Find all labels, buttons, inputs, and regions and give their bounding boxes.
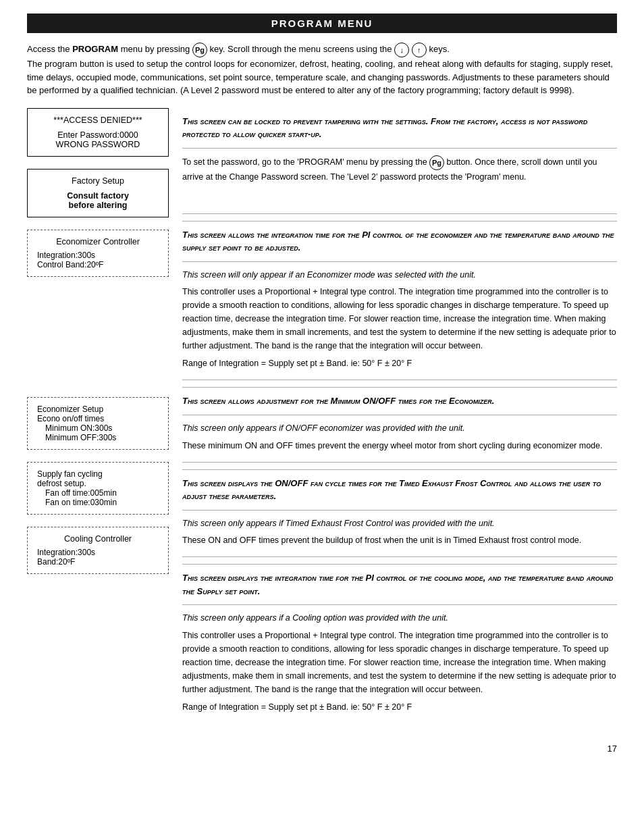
economizer-setup-line3: Minimum OFF:300s	[37, 433, 159, 442]
intro-pre: Access the	[27, 44, 72, 54]
access-denied-line3: WRONG PASSWORD	[37, 140, 159, 149]
economizer-controller-line2: Control Band:20ºF	[37, 260, 159, 269]
section2-italic-title: This screen allows the integration time …	[182, 228, 617, 255]
supply-fan-line1: defrost setup.	[37, 479, 159, 488]
supply-fan-line2: Fan off time:005min	[37, 488, 159, 498]
main-layout: ***ACCESS DENIED*** Enter Password:0000 …	[27, 108, 617, 724]
right-section-5: This screen displays the integration tim…	[182, 564, 617, 714]
economizer-controller-box: Economizer Controller Integration:300s C…	[27, 230, 169, 277]
economizer-setup-line2: Minimum ON:300s	[37, 423, 159, 433]
section3-italic-title: This screen allows adjustment for the Mi…	[182, 394, 617, 408]
cooling-controller-line2: Band:20ºF	[37, 557, 159, 567]
section5-italic-body: This screen only appears if a Cooling op…	[182, 612, 617, 625]
right-section-2: This screen allows the integration time …	[182, 221, 617, 371]
factory-setup-box: Factory Setup Consult factory before alt…	[27, 169, 169, 217]
cooling-controller-title: Cooling Controller	[37, 534, 159, 544]
right-section-4: This screen displays the ON/OFF fan cycl…	[182, 469, 617, 548]
intro-mid: menu by pressing	[118, 44, 192, 54]
right-section-3: This screen allows adjustment for the Mi…	[182, 387, 617, 452]
access-denied-line2: Enter Password:0000	[37, 130, 159, 140]
section5-italic-title: This screen displays the integration tim…	[182, 571, 617, 598]
economizer-setup-title: Economizer Setup	[37, 405, 159, 414]
factory-subtitle: Consult factory	[67, 191, 129, 201]
section1-body: To set the password, go to the 'PROGRAM'…	[182, 155, 617, 184]
section5-body: This controller uses a Proportional + In…	[182, 629, 617, 696]
section3-body: These minimum ON and OFF times prevent t…	[182, 439, 617, 452]
cooling-controller-box: Cooling Controller Integration:300s Band…	[27, 527, 169, 574]
right-column: This screen can be locked to prevent tam…	[182, 108, 617, 724]
section2-body: This controller uses a Proportional + In…	[182, 285, 617, 353]
economizer-setup-line1: Econo on/off times	[37, 414, 159, 423]
economizer-controller-line1: Integration:300s	[37, 251, 159, 260]
intro-end: keys.	[427, 44, 450, 54]
section3-italic-body: This screen only appears if ON/OFF econo…	[182, 422, 617, 435]
intro-line2: The program button is used to setup the …	[27, 59, 613, 95]
section1-body-pre: To set the password, go to the 'PROGRAM'…	[182, 157, 429, 167]
section2-italic-body: This screen will only appear if an Econo…	[182, 269, 617, 282]
down-key: ↓	[394, 43, 409, 57]
factory-subtitle2: before altering	[69, 201, 128, 210]
factory-title: Factory Setup	[37, 176, 159, 186]
supply-fan-title: Supply fan cycling	[37, 469, 159, 479]
economizer-setup-box: Economizer Setup Econo on/off times Mini…	[27, 397, 169, 450]
access-denied-box: ***ACCESS DENIED*** Enter Password:0000 …	[27, 108, 169, 157]
economizer-controller-title: Economizer Controller	[37, 237, 159, 246]
access-denied-line1: ***ACCESS DENIED***	[37, 115, 159, 125]
section4-body: These ON and OFF times prevent the build…	[182, 533, 617, 547]
section4-italic-title: This screen displays the ON/OFF fan cycl…	[182, 477, 617, 503]
section1-pg-key: Pg	[429, 155, 444, 170]
supply-fan-line3: Fan on time:030min	[37, 498, 159, 507]
pg-key: Pg	[192, 43, 207, 57]
intro-bold: PROGRAM	[72, 44, 118, 54]
section2-range: Range of Integration = Supply set pt ± B…	[182, 357, 617, 370]
intro-post: key. Scroll through the menu screens usi…	[207, 44, 394, 54]
supply-fan-box: Supply fan cycling defrost setup. Fan of…	[27, 462, 169, 515]
intro-paragraph: Access the PROGRAM menu by pressing Pg k…	[27, 43, 617, 97]
section1-italic-title: This screen can be locked to prevent tam…	[182, 115, 617, 141]
header-title: PROGRAM MENU	[271, 18, 373, 29]
left-column: ***ACCESS DENIED*** Enter Password:0000 …	[27, 108, 169, 724]
page-number: 17	[27, 744, 617, 754]
section5-range: Range of Integration = Supply set pt ± B…	[182, 700, 617, 714]
cooling-controller-line1: Integration:300s	[37, 548, 159, 557]
right-section-1: This screen can be locked to prevent tam…	[182, 108, 617, 184]
up-key: ↑	[412, 43, 427, 57]
section4-italic-body: This screen only appears if Timed Exhaus…	[182, 517, 617, 530]
page-header: PROGRAM MENU	[27, 14, 617, 33]
